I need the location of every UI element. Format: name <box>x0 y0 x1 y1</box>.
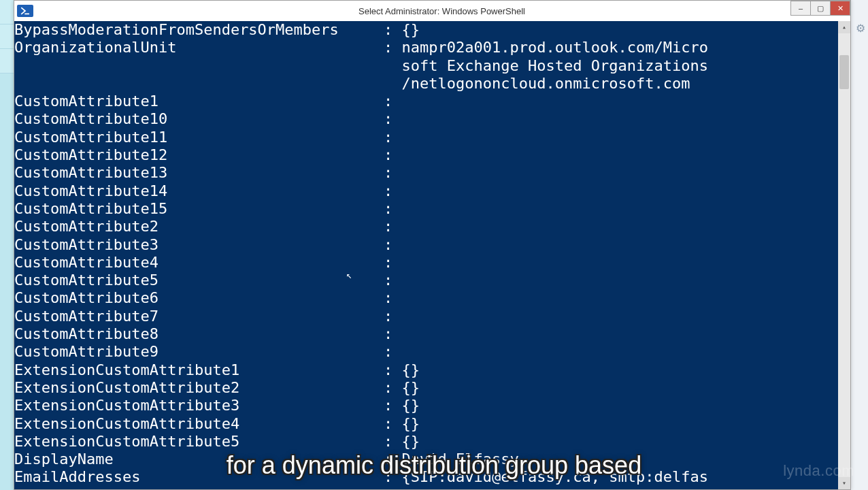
console-line: CustomAttribute12 : <box>14 146 838 164</box>
console-line: CustomAttribute1 : <box>14 93 838 110</box>
console-line: OrganizationalUnit : nampr02a001.prod.ou… <box>14 39 838 56</box>
console-line: ExtensionCustomAttribute4 : {} <box>14 415 838 433</box>
console-output[interactable]: BypassModerationFromSendersOrMembers : {… <box>14 21 838 489</box>
console-line: CustomAttribute4 : <box>14 254 838 272</box>
console-line: DisplayName : David Elfassy <box>14 451 838 468</box>
console-line: CustomAttribute5 : <box>14 272 838 289</box>
console-line: ExtensionCustomAttribute1 : {} <box>14 361 838 379</box>
window-controls: – ▢ ✕ <box>791 1 850 16</box>
scroll-up-button[interactable]: ▴ <box>838 21 850 33</box>
scroll-thumb[interactable] <box>839 55 849 89</box>
maximize-button[interactable]: ▢ <box>810 1 831 16</box>
background-left-strip <box>0 0 14 490</box>
console-line: CustomAttribute3 : <box>14 236 838 254</box>
vertical-scrollbar[interactable]: ▴ ▾ <box>838 21 850 489</box>
bg-item <box>0 49 14 74</box>
scroll-down-button[interactable]: ▾ <box>838 477 850 489</box>
window-title: Select Administrator: Windows PowerShell <box>33 6 850 16</box>
bg-item <box>0 24 14 49</box>
close-button[interactable]: ✕ <box>830 1 850 16</box>
console-line: ExtensionCustomAttribute5 : {} <box>14 433 838 451</box>
console-line: CustomAttribute6 : <box>14 289 838 307</box>
console-line: CustomAttribute14 : <box>14 182 838 200</box>
powershell-window: Select Administrator: Windows PowerShell… <box>14 0 851 490</box>
console-line: CustomAttribute9 : <box>14 343 838 361</box>
console-line: ExtensionCustomAttribute2 : {} <box>14 379 838 397</box>
console-line: EmailAddresses : {SIP:david@elfassy.ca, … <box>14 468 838 486</box>
bg-item <box>0 0 14 24</box>
console-line: CustomAttribute8 : <box>14 325 838 343</box>
console-line: CustomAttribute2 : <box>14 218 838 235</box>
console-line: CustomAttribute10 : <box>14 110 838 128</box>
background-right-strip: ⚙ <box>851 0 868 490</box>
console-area[interactable]: BypassModerationFromSendersOrMembers : {… <box>14 21 850 489</box>
gear-icon: ⚙ <box>856 22 865 35</box>
console-line: soft Exchange Hosted Organizations <box>14 57 838 75</box>
console-line: CustomAttribute7 : <box>14 308 838 325</box>
console-line: CustomAttribute15 : <box>14 200 838 218</box>
console-line: /netlogononcloud.onmicrosoft.com <box>14 75 838 93</box>
minimize-button[interactable]: – <box>790 1 811 16</box>
title-bar[interactable]: Select Administrator: Windows PowerShell… <box>14 1 850 21</box>
console-line: BypassModerationFromSendersOrMembers : {… <box>14 21 838 39</box>
console-line: CustomAttribute13 : <box>14 164 838 182</box>
console-line: CustomAttribute11 : <box>14 129 838 146</box>
powershell-icon <box>17 5 33 17</box>
console-line: ExtensionCustomAttribute3 : {} <box>14 397 838 414</box>
